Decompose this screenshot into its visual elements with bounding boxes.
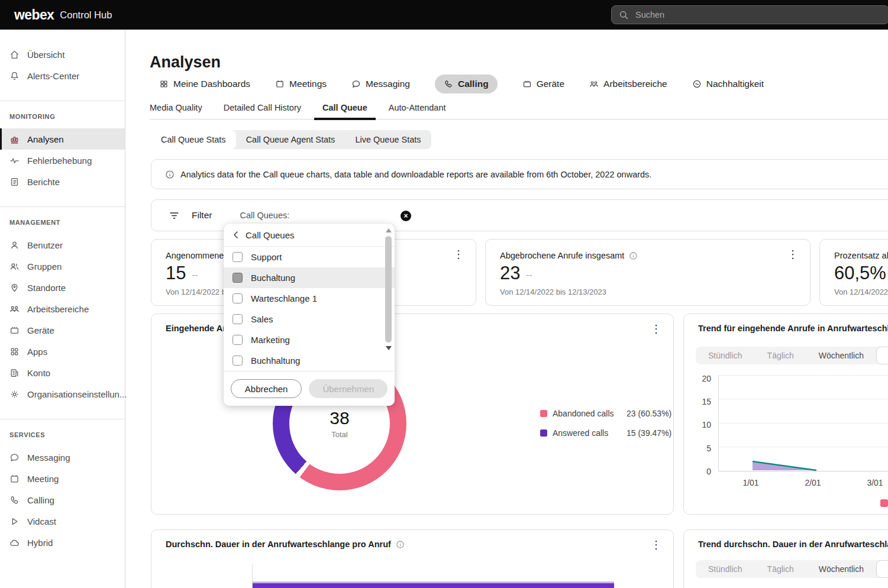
kpi-value: 23 xyxy=(500,263,520,284)
scroll-up-arrow-icon[interactable] xyxy=(386,228,392,232)
interval-tab-stuendlich[interactable]: Stündlich xyxy=(696,560,755,578)
sidebar-item-fehlerbehebung[interactable]: Fehlerbehebung xyxy=(0,150,125,171)
legend-value: 15 (39.47%) xyxy=(627,428,671,438)
segment-call-queue-agent-stats[interactable]: Call Queue Agent Stats xyxy=(236,130,345,149)
dropdown-item-sales[interactable]: Sales xyxy=(224,309,395,329)
control-hub-label: Control Hub xyxy=(60,9,112,21)
tab-meetings[interactable]: Meetings xyxy=(275,75,327,93)
legend-value: 23 (60.53%) xyxy=(627,409,671,418)
interval-tab-bar: Stündlich Täglich Wöchentlich Monatlich xyxy=(696,560,888,578)
tab-meine-dashboards[interactable]: Meine Dashboards xyxy=(159,75,250,93)
sidebar-item-label: Geräte xyxy=(27,325,54,335)
sidebar-item-berichte[interactable]: Berichte xyxy=(0,171,125,192)
tab-label: Calling xyxy=(458,79,489,89)
location-pin-icon xyxy=(9,283,20,293)
search-icon xyxy=(619,10,629,20)
sidebar-item-label: Vidcast xyxy=(27,516,56,526)
dropdown-item-marketing[interactable]: Marketing xyxy=(224,329,395,350)
chevron-left-icon xyxy=(233,231,239,239)
subtab-call-queue[interactable]: Call Queue xyxy=(322,102,367,119)
sidebar-item-apps[interactable]: Apps xyxy=(0,341,125,362)
interval-tab-taeglich[interactable]: Täglich xyxy=(755,560,806,578)
dropdown-list: Support Buchaltung Warteschlange 1 Sales… xyxy=(224,247,395,372)
dropdown-header[interactable]: Call Queues xyxy=(224,224,395,247)
dashboard-grid-icon xyxy=(159,79,169,89)
dropdown-scrollbar[interactable] xyxy=(385,228,392,367)
interval-tab-woechentlich[interactable]: Wöchentlich xyxy=(806,347,876,364)
kebab-menu-icon[interactable]: ⋮ xyxy=(651,539,661,550)
sidebar-item-organisationseinstellungen[interactable]: Organisationseinstellun... xyxy=(0,383,125,405)
tab-calling[interactable]: Calling xyxy=(435,75,498,93)
segment-live-queue-stats[interactable]: Live Queue Stats xyxy=(345,130,431,149)
global-search[interactable] xyxy=(611,5,888,24)
clear-filter-button[interactable]: × xyxy=(401,211,411,221)
checkbox-unchecked[interactable] xyxy=(233,293,243,303)
tab-messaging[interactable]: Messaging xyxy=(351,75,410,93)
kpi-card-prozentsatz: Prozentsatz ab 60,5% - Von 12/14/2022 b xyxy=(819,239,888,306)
sidebar-item-calling[interactable]: Calling xyxy=(0,489,125,511)
dropdown-item-label: Support xyxy=(251,252,282,262)
info-banner: Analytics data for the Call queue charts… xyxy=(151,159,888,189)
dropdown-item-label: Buchaltung xyxy=(251,273,295,283)
kpi-card-abgebrochene: Abgebrochene Anrufe insgesamt 23 -- Von … xyxy=(485,239,810,306)
scroll-down-arrow-icon[interactable] xyxy=(386,346,392,350)
scrollbar-thumb[interactable] xyxy=(385,236,392,343)
avg-queue-duration-trend-card: Trend durchschn. Dauer in der Anrufwarte… xyxy=(683,529,888,588)
checkbox-unchecked[interactable] xyxy=(233,252,243,262)
dropdown-item-buchhaltung[interactable]: Buchhaltung xyxy=(224,350,395,371)
checkbox-unchecked[interactable] xyxy=(233,335,243,345)
checkbox-unchecked[interactable] xyxy=(233,356,243,366)
x-axis-tick: 3/01 xyxy=(860,478,888,487)
sidebar-item-hybrid[interactable]: Hybrid xyxy=(0,532,125,553)
kebab-menu-icon[interactable]: ⋮ xyxy=(651,324,661,334)
card-title: Trend durchschn. Dauer in der Anrufwarte… xyxy=(698,539,888,549)
sidebar-item-standorte[interactable]: Standorte xyxy=(0,277,125,298)
cancel-button[interactable]: Abbrechen xyxy=(231,379,302,398)
checkbox-filled[interactable] xyxy=(233,273,243,283)
sidebar-item-geraete[interactable]: Geräte xyxy=(0,319,125,341)
kebab-menu-icon[interactable]: ⋮ xyxy=(787,249,798,260)
y-axis-tick: 10 xyxy=(691,420,711,429)
legend-swatch-purple xyxy=(540,429,547,437)
tab-nachhaltigkeit[interactable]: Nachhaltigkeit xyxy=(692,75,764,93)
subtab-auto-attendant[interactable]: Auto-Attendant xyxy=(389,102,446,119)
kpi-value: 60,5% xyxy=(834,263,886,284)
sidebar-item-alerts-center[interactable]: Alerts-Center xyxy=(0,65,125,86)
interval-tab-monatlich[interactable]: Monatlich xyxy=(876,560,888,578)
interval-tab-woechentlich[interactable]: Wöchentlich xyxy=(806,560,876,578)
dropdown-item-support[interactable]: Support xyxy=(224,247,395,267)
sidebar-item-konto[interactable]: Konto xyxy=(0,362,125,383)
call-queues-filter-field[interactable]: Call Queues: xyxy=(240,211,289,220)
sidebar-item-vidcast[interactable]: Vidcast xyxy=(0,511,125,532)
calendar-icon xyxy=(275,79,285,89)
apply-button[interactable]: Übernehmen xyxy=(309,379,388,398)
segment-call-queue-stats[interactable]: Call Queue Stats xyxy=(151,130,236,149)
tab-label: Nachhaltigkeit xyxy=(706,79,764,89)
sidebar-item-arbeitsbereiche[interactable]: Arbeitsbereiche xyxy=(0,298,125,319)
interval-tab-stuendlich[interactable]: Stündlich xyxy=(696,347,755,364)
tab-geraete[interactable]: Geräte xyxy=(522,75,564,93)
interval-tab-monatlich[interactable]: Monatlich xyxy=(876,347,888,364)
sidebar-item-uebersicht[interactable]: Übersicht xyxy=(0,44,125,65)
kebab-menu-icon[interactable]: ⋮ xyxy=(453,249,464,260)
interval-tab-taeglich[interactable]: Täglich xyxy=(755,347,806,364)
sidebar-item-label: Meeting xyxy=(27,474,59,484)
sidebar-item-gruppen[interactable]: Gruppen xyxy=(0,256,125,277)
tab-arbeitsbereiche[interactable]: Arbeitsbereiche xyxy=(589,75,667,93)
donut-total: 38 xyxy=(330,408,349,428)
subtab-media-quality[interactable]: Media Quality xyxy=(150,102,202,119)
sidebar-item-benutzer[interactable]: Benutzer xyxy=(0,234,125,256)
legend-swatch-pink xyxy=(880,499,888,507)
workspaces-icon xyxy=(589,79,599,89)
checkbox-unchecked[interactable] xyxy=(233,314,243,324)
search-input[interactable] xyxy=(634,9,881,20)
sidebar-item-label: Übersicht xyxy=(27,50,64,60)
subtab-detailed-call-history[interactable]: Detailed Call History xyxy=(224,102,301,119)
dropdown-item-warteschlange-1[interactable]: Warteschlange 1 xyxy=(224,288,395,309)
sidebar-item-messaging[interactable]: Messaging xyxy=(0,447,125,468)
dropdown-item-buchaltung[interactable]: Buchaltung xyxy=(224,267,395,288)
sidebar-item-analysen[interactable]: Analysen xyxy=(0,128,125,150)
sidebar-item-label: Arbeitsbereiche xyxy=(27,304,89,314)
sidebar-item-meeting[interactable]: Meeting xyxy=(0,468,125,489)
kpi-period: Von 12/14/2022 bis 12/13/2023 xyxy=(500,287,796,296)
